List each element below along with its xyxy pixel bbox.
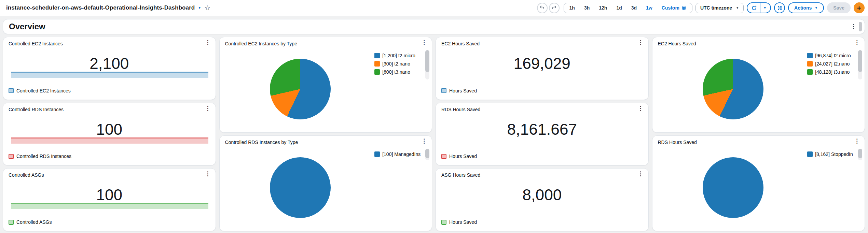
- history-buttons: [537, 3, 560, 13]
- legend-item[interactable]: Controlled EC2 Instances: [9, 88, 71, 93]
- column-4: EC2 Hours Saved ⋮ [96,874] t2.micro [24,…: [652, 37, 865, 231]
- legend-item[interactable]: [24,027] t2.nano: [807, 61, 858, 67]
- legend-item[interactable]: [300] t2.nano: [374, 61, 425, 67]
- legend-label: [100] ManagedIns: [382, 151, 421, 157]
- legend-label: Hours Saved: [449, 88, 477, 93]
- section-title: Overview: [9, 22, 45, 31]
- actions-dropdown-button[interactable]: Actions ▼: [788, 2, 824, 13]
- widget-menu-button[interactable]: ⋮: [204, 170, 212, 178]
- legend-item[interactable]: Controlled ASGs: [9, 219, 52, 225]
- legend-swatch: [807, 53, 813, 58]
- pie-legend: [1,200] t2.micro [300] t2.nano [600] t3.…: [374, 53, 425, 75]
- sparkline-area: [11, 137, 208, 144]
- widget-menu-button[interactable]: ⋮: [636, 104, 645, 113]
- fullscreen-button[interactable]: [774, 2, 785, 13]
- legend-item[interactable]: [1,200] t2.micro: [374, 53, 425, 58]
- dashboard-title-caret-icon[interactable]: ▼: [198, 6, 201, 10]
- top-bar: instance-scheduler-on-aws-default-Operat…: [0, 0, 868, 16]
- widget-menu-button[interactable]: ⋮: [204, 39, 212, 47]
- widget-ec2-hours-saved: EC2 Hours Saved ⋮ 169,029 Hours Saved: [436, 37, 649, 100]
- time-range-12h[interactable]: 12h: [599, 5, 607, 11]
- stat-value: 169,029: [436, 56, 648, 71]
- kebab-menu-icon: ⋮: [638, 171, 644, 177]
- widget-menu-button[interactable]: ⋮: [636, 39, 645, 47]
- widget-menu-button[interactable]: ⋮: [853, 39, 861, 47]
- widget-menu-button[interactable]: ⋮: [204, 104, 212, 113]
- stat-value: 8,000: [436, 187, 648, 203]
- legend-scrollbar-thumb[interactable]: [858, 50, 862, 72]
- overview-menu-button[interactable]: ⋮: [849, 23, 858, 31]
- time-range-3h[interactable]: 3h: [584, 5, 590, 11]
- widget-menu-button[interactable]: ⋮: [420, 39, 428, 47]
- overview-controls: ⋮: [849, 22, 862, 31]
- widget-menu-button[interactable]: ⋮: [420, 137, 428, 145]
- timezone-caret-icon: ▼: [736, 6, 739, 10]
- legend-swatch: [441, 154, 446, 159]
- stat-value: 100: [3, 187, 216, 203]
- add-widget-button[interactable]: +: [854, 2, 865, 13]
- undo-icon: [539, 5, 545, 11]
- legend-item[interactable]: [100] ManagedIns: [374, 151, 425, 157]
- pie-legend: [96,874] t2.micro [24,027] t2.nano [48,1…: [807, 53, 858, 75]
- legend-label: [600] t3.nano: [382, 69, 410, 75]
- timezone-dropdown[interactable]: UTC timezone ▼: [695, 3, 744, 13]
- widget-menu-button[interactable]: ⋮: [853, 137, 861, 145]
- legend-label: [96,874] t2.micro: [815, 53, 851, 58]
- legend-scrollbar-thumb[interactable]: [858, 149, 862, 158]
- legend-item[interactable]: [8,162] StoppedIn: [807, 151, 858, 157]
- time-range-1h[interactable]: 1h: [569, 5, 575, 11]
- widget-title: EC2 Hours Saved: [441, 41, 480, 46]
- widget-title: Controlled EC2 Instances by Type: [225, 41, 297, 46]
- legend-scrollbar-thumb[interactable]: [425, 149, 429, 158]
- time-range-1d[interactable]: 1d: [616, 5, 622, 11]
- refresh-button[interactable]: [747, 3, 760, 13]
- time-range-custom[interactable]: Custom: [662, 5, 687, 11]
- stat-value: 2,100: [3, 56, 216, 71]
- widget-controlled-ec2-by-type: Controlled EC2 Instances by Type ⋮ [1,20…: [219, 37, 432, 133]
- dashboard-body: Overview ⋮ Controlled EC2 Instances ⋮ 2,…: [0, 16, 868, 233]
- widget-controlled-ec2-instances: Controlled EC2 Instances ⋮ 2,100 Control…: [3, 37, 216, 100]
- calendar-grid-icon: [681, 5, 687, 11]
- redo-button[interactable]: [549, 3, 560, 13]
- overview-scrollbar-thumb[interactable]: [859, 22, 862, 31]
- save-button-disabled[interactable]: Save: [827, 2, 851, 13]
- widget-title: Controlled ASGs: [9, 172, 44, 178]
- favorite-star-icon[interactable]: ☆: [204, 4, 210, 11]
- legend-label: [24,027] t2.nano: [815, 61, 850, 67]
- widget-title: Controlled RDS Instances by Type: [225, 140, 298, 145]
- undo-button[interactable]: [537, 3, 548, 13]
- actions-label: Actions: [794, 5, 812, 11]
- time-range-1w-selected[interactable]: 1w: [646, 5, 652, 11]
- legend-label: Controlled EC2 Instances: [16, 88, 71, 93]
- legend-item[interactable]: Controlled RDS Instances: [9, 154, 71, 159]
- legend-item[interactable]: [600] t3.nano: [374, 69, 425, 75]
- legend-swatch: [374, 61, 380, 67]
- legend-item[interactable]: Hours Saved: [441, 154, 477, 159]
- widget-grid: Controlled EC2 Instances ⋮ 2,100 Control…: [3, 37, 865, 231]
- refresh-options-caret[interactable]: ▼: [760, 3, 770, 13]
- widget-controlled-asgs: Controlled ASGs ⋮ 100 Controlled ASGs: [3, 168, 216, 231]
- refresh-caret-icon: ▼: [763, 6, 767, 10]
- stat-value: 100: [3, 121, 216, 137]
- widget-menu-button[interactable]: ⋮: [636, 170, 645, 178]
- legend-item[interactable]: Hours Saved: [441, 219, 477, 225]
- widget-title: RDS Hours Saved: [658, 140, 697, 145]
- legend-item[interactable]: [96,874] t2.micro: [807, 53, 858, 58]
- kebab-menu-icon: ⋮: [421, 138, 427, 144]
- legend-swatch: [807, 151, 813, 157]
- legend-scrollbar: [858, 149, 862, 160]
- column-2: Controlled EC2 Instances by Type ⋮ [1,20…: [219, 37, 432, 231]
- legend-swatch: [9, 154, 14, 159]
- fullscreen-expand-icon: [777, 5, 782, 11]
- time-range-3d[interactable]: 3d: [631, 5, 637, 11]
- legend-label: Hours Saved: [449, 154, 477, 159]
- sparkline-area: [11, 72, 208, 78]
- pie-chart: [270, 157, 331, 218]
- pie-legend: [8,162] StoppedIn: [807, 151, 858, 157]
- toolbar: 1h 3h 12h 1d 3d 1w Custom UTC timezone ▼: [537, 2, 865, 13]
- legend-item[interactable]: [48,128] t3.nano: [807, 69, 858, 75]
- legend-scrollbar-thumb[interactable]: [425, 50, 429, 72]
- legend-item[interactable]: Hours Saved: [441, 88, 477, 93]
- legend-swatch: [374, 69, 380, 75]
- time-range-segmented-control: 1h 3h 12h 1d 3d 1w Custom: [564, 3, 692, 13]
